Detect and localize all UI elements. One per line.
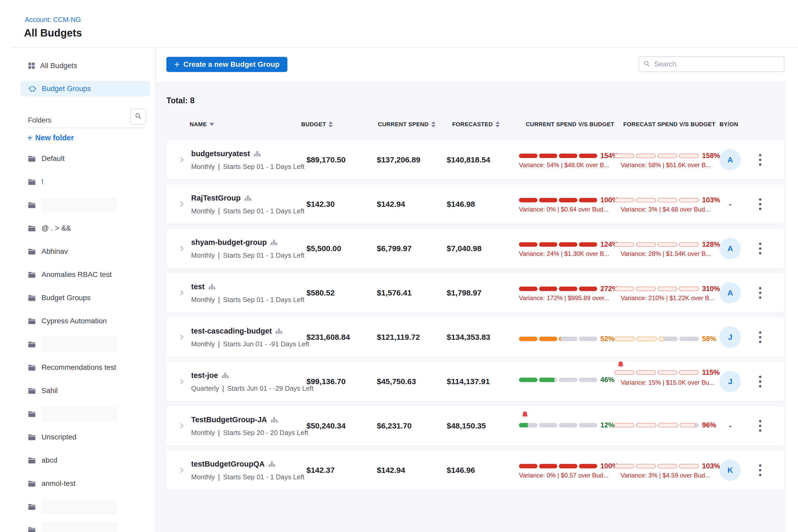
expand-row-button[interactable] <box>178 229 186 268</box>
budget-group-row[interactable]: testBudgetGroupQAMonthly|Starts Sep 01 -… <box>166 450 784 490</box>
budget-group-row[interactable]: shyam-budget-groupMonthly|Starts Sep 01 … <box>166 229 784 268</box>
folder-item-![interactable]: ! <box>28 174 43 190</box>
budget-value: $99,136.70 <box>306 362 345 401</box>
kebab-icon <box>759 375 762 388</box>
breadcrumb-account-link[interactable]: Account: CCM-NG <box>25 16 81 24</box>
expand-row-button[interactable] <box>178 273 186 312</box>
separator: | <box>218 340 220 348</box>
row-menu-button[interactable] <box>753 229 767 268</box>
budget-cadence: Monthly <box>191 429 215 437</box>
budget-group-name[interactable]: test-joe <box>191 371 218 380</box>
budget-group-name[interactable]: test <box>191 282 205 291</box>
row-menu-button[interactable] <box>753 184 767 224</box>
row-menu-button[interactable] <box>753 362 767 401</box>
forecast-spend-bar <box>614 154 699 158</box>
sort-icon[interactable] <box>495 121 500 128</box>
folder-item-redacted[interactable] <box>28 337 117 352</box>
avatar: J <box>720 371 741 392</box>
folder-item-abhinav[interactable]: Abhinav <box>28 244 68 259</box>
folder-item-anmol-test[interactable]: anmol-test <box>28 476 76 491</box>
budget-group-row[interactable]: test-cascading-budgetMonthly|Starts Jun … <box>166 317 784 357</box>
row-menu-button[interactable] <box>753 317 767 357</box>
column-header-forecast-spend-v-s-budget[interactable]: FORECAST SPEND V/S BUDGET <box>623 121 715 128</box>
folder-item-redacted[interactable] <box>28 499 117 515</box>
budget-group-name[interactable]: test-cascading-budget <box>191 327 272 335</box>
budget-group-row[interactable]: testMonthly|Starts Sep 01 - 1 Days Left$… <box>166 273 784 312</box>
sort-icon[interactable] <box>328 121 333 128</box>
budget-group-row[interactable]: TestBudgetGroup-JAMonthly|Starts Sep 20 … <box>166 406 784 445</box>
folder-name: abcd <box>41 456 57 464</box>
search-icon <box>135 112 142 121</box>
folder-item-recommendations-test[interactable]: Recommendations test <box>28 360 116 375</box>
kebab-icon <box>759 419 762 433</box>
separator: | <box>218 207 220 215</box>
folder-item-redacted[interactable] <box>28 406 117 422</box>
folder-search-button[interactable] <box>130 109 146 125</box>
expand-row-button[interactable] <box>178 317 186 357</box>
folder-name: Recommendations test <box>41 363 116 372</box>
folder-icon <box>28 480 36 487</box>
column-header-budget[interactable]: BUDGET <box>301 121 333 128</box>
column-header-name[interactable]: NAME <box>190 121 214 128</box>
budget-group-name[interactable]: shyam-budget-group <box>191 238 267 247</box>
all-budgets-page: Account: CCM-NG All Budgets Folders + Ne… <box>0 0 798 532</box>
budget-group-name[interactable]: budgetsuryatest <box>191 149 250 158</box>
folder-item-sahil[interactable]: Sahil <box>28 383 58 398</box>
budget-cadence: Monthly <box>191 296 215 304</box>
column-header-label: BY/ON <box>720 121 738 128</box>
forecast-spend-percent: 128% <box>702 241 720 249</box>
hierarchy-icon <box>222 373 229 378</box>
sort-icon[interactable] <box>431 121 436 128</box>
create-budget-group-label: Create a new Budget Group <box>183 60 280 69</box>
column-header-current-spend[interactable]: CURRENT SPEND <box>378 121 436 128</box>
budget-group-row[interactable]: test-joeQuarterly|Starts Jun 01 - -29 Da… <box>166 362 784 401</box>
budget-schedule: Starts Sep 01 - 1 Days Left <box>223 296 304 304</box>
budget-group-name[interactable]: RajTestGroup <box>191 194 241 202</box>
create-budget-group-button[interactable]: + Create a new Budget Group <box>166 57 287 72</box>
folder-item-cypress-automation[interactable]: Cypress Automation <box>28 313 107 329</box>
row-menu-button[interactable] <box>753 450 767 490</box>
current-spend-bar <box>519 423 597 428</box>
expand-row-button[interactable] <box>178 406 186 445</box>
folder-item-budget-groups[interactable]: Budget Groups <box>28 290 91 306</box>
chevron-right-icon <box>178 289 186 297</box>
row-menu-button[interactable] <box>753 140 767 179</box>
budget-group-row[interactable]: RajTestGroupMonthly|Starts Sep 01 - 1 Da… <box>166 184 784 224</box>
current-spend-variance: Variance: 0% | $0.64 over Bud... <box>519 206 608 213</box>
budget-schedule: Starts Jun 01 - -29 Days Left <box>227 384 314 393</box>
budget-schedule: Starts Sep 20 - 20 Days Left <box>223 429 308 437</box>
column-header-by-on[interactable]: BY/ON <box>720 121 738 128</box>
budget-group-name[interactable]: TestBudgetGroup-JA <box>191 415 267 424</box>
new-folder-button[interactable]: + New folder <box>27 134 74 142</box>
folder-item-anomalies-rbac-test[interactable]: Anomalies RBAC test <box>28 267 112 282</box>
expand-row-button[interactable] <box>178 140 186 179</box>
folder-item-redacted[interactable] <box>28 522 117 532</box>
forecast-spend-percent: 103% <box>702 462 720 470</box>
row-menu-button[interactable] <box>753 406 767 445</box>
search-input[interactable] <box>653 60 780 69</box>
sort-desc-icon[interactable] <box>209 123 214 126</box>
forecast-spend-variance: Variance: 3% | $4.68 over Bud... <box>621 206 710 213</box>
folder-item-abcd[interactable]: abcd <box>28 453 57 468</box>
sidebar-item-all-budgets[interactable]: All Budgets <box>21 58 150 73</box>
by-on-cell: J <box>719 362 741 401</box>
expand-row-button[interactable] <box>178 184 186 224</box>
budget-group-row[interactable]: budgetsuryatestMonthly|Starts Sep 01 - 1… <box>166 140 784 179</box>
budget-group-name[interactable]: testBudgetGroupQA <box>191 460 265 468</box>
sidebar-item-budget-groups[interactable]: Budget Groups <box>21 81 150 96</box>
hierarchy-icon <box>254 151 261 157</box>
folder-item-redacted[interactable] <box>28 197 117 213</box>
plus-icon: + <box>174 59 180 70</box>
forecast-spend-bar <box>614 242 699 247</box>
row-menu-button[interactable] <box>753 273 767 312</box>
column-header-forecasted[interactable]: FORECASTED <box>452 121 500 128</box>
folder-item-default[interactable]: Default <box>28 151 65 166</box>
folder-item-unscripted[interactable]: Unscripted <box>28 429 76 445</box>
expand-row-button[interactable] <box>178 450 186 490</box>
folder-item--[interactable]: @ . > && <box>28 220 71 236</box>
folder-name: Abhinav <box>41 247 68 255</box>
expand-row-button[interactable] <box>178 362 186 401</box>
current-spend-value: $6,799.97 <box>377 229 412 268</box>
column-header-current-spend-v-s-budget[interactable]: CURRENT SPEND V/S BUDGET <box>526 121 614 128</box>
page-title: All Budgets <box>24 27 82 39</box>
